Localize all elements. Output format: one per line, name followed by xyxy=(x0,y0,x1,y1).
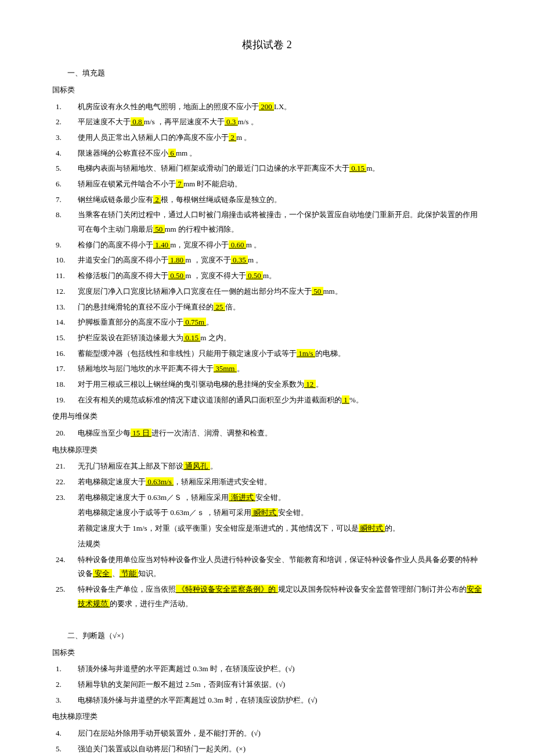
fill-q2: 2.平层速度不大于 0.8 m/s ，再平层速度不大于 0.3 m/s 。 xyxy=(52,115,482,129)
tf-q2: 2.轿厢导轨的支架间距一般不超过 2.5m，否则应有计算依据。(√) xyxy=(52,678,482,692)
fill-q24: 24.特种设备使用单位应当对特种设备作业人员进行特种设备安全、节能教育和培训，保… xyxy=(52,553,482,581)
fill-q9: 9.检修门的高度不得小于 1.40 m，宽度不得小于 0.60 m 。 xyxy=(52,238,482,253)
fill-q21: 21.无孔门轿厢应在其上部及下部设 通风孔 。 xyxy=(52,459,482,474)
tf-q1: 1.轿顶外缘与井道壁的水平距离超过 0.3m 时，在轿顶应设护栏。(√) xyxy=(52,662,482,676)
fill-q16: 16.蓄能型缓冲器（包括线性和非线性）只能用于额定速度小于或等于 1m/s 的电… xyxy=(52,347,482,361)
category-dianfu: 电扶梯原理类 xyxy=(52,443,482,458)
fill-q8: 8.当乘客在轿门关闭过程中，通过人口时被门扇撞击或将被撞击，一个保护装置应自动地… xyxy=(52,208,482,236)
fill-q7: 7.钢丝绳或链条最少应有 2 根，每根钢丝绳或链条应是独立的。 xyxy=(52,193,482,207)
fill-q22: 22.若电梯额定速度大于 0.63m/s ，轿厢应采用渐进式安全钳。 xyxy=(52,475,482,489)
fill-q23-sub2: 若额定速度大于 1m/s，对重（或平衡重）安全钳应是渐进式的，其他情况下，可以是… xyxy=(52,521,482,536)
tf-q3: 3. 电梯轿顶外缘与井道壁的水平距离超过 0.3m 时，在轿顶应设防护栏。(√) xyxy=(52,693,482,708)
fill-q13: 13.门的悬挂绳滑轮的直径不应小于绳直径的 25 倍。 xyxy=(52,300,482,315)
fill-q1: 1.机房应设有永久性的电气照明，地面上的照度不应小于 200 LX。 xyxy=(52,100,482,114)
fill-q23: 23.若电梯额定速度大于 0.63m／Ｓ ，轿厢应采用 渐进式 安全钳。 xyxy=(52,491,482,505)
fill-q14: 14.护脚板垂直部分的高度不应小于 0.75m 。 xyxy=(52,315,482,330)
category-shiyong: 使用与维保类 xyxy=(52,409,482,424)
section-1-label: 一、填充题 xyxy=(52,66,482,81)
fill-q18: 18.对于用三根或三根以上钢丝绳的曳引驱动电梯的悬挂绳的安全系数为 12 。 xyxy=(52,377,482,392)
tf-q4: 4.层门在层站外除用手动开锁装置外，是不能打开的。(√) xyxy=(52,726,482,741)
fill-q19: 19.在没有相关的规范或标准的情况下建议道顶部的通风口面积至少为井道截面积的 1… xyxy=(52,393,482,408)
fill-q11: 11.检修活板门的高度不得大于 0.50 m ，宽度不得大于 0.50 m。 xyxy=(52,269,482,283)
page-title: 模拟试卷 2 xyxy=(52,35,482,55)
fill-q12: 12.宽度层门净入口宽度比轿厢净入口宽度在任一侧的超出部分均不应大于 50 mm… xyxy=(52,285,482,299)
fill-q3: 3.使用人员正常出入轿厢人口的净高度不应小于 2 m 。 xyxy=(52,131,482,145)
fill-q5: 5.电梯内表面与轿厢地坎、轿厢门框架或滑动门的最近门口边缘的水平距离应不大于 0… xyxy=(52,161,482,176)
fill-q4: 4.限速器绳的公称直径不应小 6 mm 。 xyxy=(52,146,482,161)
category-dianfu-2: 电扶梯原理类 xyxy=(52,710,482,724)
category-guobiao: 国标类 xyxy=(52,83,482,98)
fill-q6: 6.轿厢应在锁紧元件啮合不小于 7 mm 时不能启动。 xyxy=(52,177,482,192)
fill-q20: 20.电梯应当至少每 15 日 进行一次清洁、润滑、调整和检查。 xyxy=(52,426,482,441)
section-2-label: 二、判断题（√×） xyxy=(52,629,482,643)
fill-q15: 15.护栏应装设在距轿顶边缘最大为 0.15 m 之内。 xyxy=(52,331,482,345)
fill-q17: 17.轿厢地坎与层门地坎的水平距离不得大于 35mm 。 xyxy=(52,362,482,376)
tf-q5: 5.强迫关门装置或以自动将层门和轿门一起关闭。(×) xyxy=(52,742,482,756)
fill-q10: 10.井道安全门的高度不得小于 1.80 m ，宽度不于 0.35 m 。 xyxy=(52,253,482,268)
fill-q25: 25.特种设备生产单位，应当依照 《特种设备安全监察条例》的 规定以及国务院特种… xyxy=(52,582,482,611)
fill-q23-sub1: 若电梯额定速度小于或等于 0.63m／ｓ ，轿厢可采用 瞬时式 安全钳。 xyxy=(52,506,482,520)
fill-q23-sub3: 法规类 xyxy=(52,537,482,552)
category-guobiao-2: 国标类 xyxy=(52,646,482,660)
